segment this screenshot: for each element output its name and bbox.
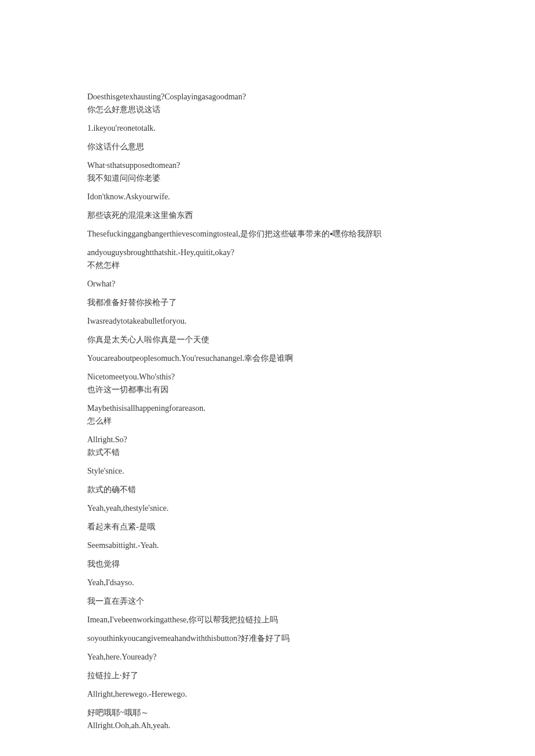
- text-block: Allright.So?款式不错: [87, 433, 448, 459]
- text-line: Style'snice.: [87, 465, 448, 478]
- text-line: Youcareaboutpeoplesomuch.You'resuchanang…: [87, 352, 448, 365]
- text-line: 也许这一切都事出有因: [87, 384, 448, 396]
- text-line: 我不知道问问你老婆: [87, 172, 448, 185]
- text-block: Idon'tknow.Askyourwife.: [87, 191, 448, 203]
- text-line: 好吧哦耶~哦耶～: [87, 707, 448, 719]
- text-line: Allright.So?: [87, 433, 448, 446]
- document-page: Doesthisgetexhausting?Cosplayingasagoodm…: [0, 0, 535, 756]
- text-block: 1.ikeyou'reonetotalk.: [87, 122, 448, 135]
- text-block: andyouguysbroughtthatshit.-Hey,quitit,ok…: [87, 246, 448, 272]
- text-line: What·sthatsupposedtomean?: [87, 159, 448, 172]
- text-block: 你这话什么意思: [87, 141, 448, 153]
- text-line: 你真是太关心人啦你真是一个天使: [87, 334, 448, 346]
- text-block: 我也觉得: [87, 558, 448, 571]
- text-line: 怎么样: [87, 415, 448, 428]
- text-line: andyouguysbroughtthatshit.-Hey,quitit,ok…: [87, 246, 448, 259]
- text-block: Yeah,here.Youready?: [87, 651, 448, 664]
- text-line: 我都准备好替你挨枪子了: [87, 296, 448, 309]
- text-line: 那些该死的混混来这里偷东西: [87, 209, 448, 222]
- text-line: Iwasreadytotakeabulletforyou.: [87, 315, 448, 328]
- text-block: 我都准备好替你挨枪子了: [87, 296, 448, 309]
- text-line: 看起来有点紧-是哦: [87, 521, 448, 533]
- text-block: Youcareaboutpeoplesomuch.You'resuchanang…: [87, 352, 448, 365]
- text-block: 款式的确不错: [87, 483, 448, 496]
- text-line: Maybethisisallhappeningforareason.: [87, 402, 448, 415]
- text-block: 那些该死的混混来这里偷东西: [87, 209, 448, 222]
- text-line: soyouthinkyoucangivemeahandwiththisbutto…: [87, 632, 448, 645]
- text-block: soyouthinkyoucangivemeahandwiththisbutto…: [87, 632, 448, 645]
- text-block: 好吧哦耶~哦耶～Allright.Ooh,ah.Ah,yeah.: [87, 707, 448, 732]
- text-block: Nicetomeetyou.Who'sthis?也许这一切都事出有因: [87, 371, 448, 396]
- text-line: Doesthisgetexhausting?Cosplayingasagoodm…: [87, 91, 448, 103]
- text-line: 你怎么好意思说这话: [87, 103, 448, 116]
- text-block: Orwhat?: [87, 278, 448, 291]
- text-line: Idon'tknow.Askyourwife.: [87, 191, 448, 203]
- text-line: 1.ikeyou'reonetotalk.: [87, 122, 448, 135]
- text-block: Thesefuckinggangbangerthievescomingtoste…: [87, 228, 448, 241]
- text-line: Orwhat?: [87, 278, 448, 291]
- text-block: Yeah,yeah,thestyle'snice.: [87, 502, 448, 515]
- text-line: Yeah,here.Youready?: [87, 651, 448, 664]
- text-block: Allright,herewego.-Herewego.: [87, 688, 448, 701]
- text-block: Doesthisgetexhausting?Cosplayingasagoodm…: [87, 91, 448, 116]
- text-line: Thesefuckinggangbangerthievescomingtoste…: [87, 228, 448, 241]
- text-line: Imean,I'vebeenworkingatthese,你可以帮我把拉链拉上吗: [87, 614, 448, 626]
- text-line: Yeah,I'dsayso.: [87, 576, 448, 589]
- text-block: Yeah,I'dsayso.: [87, 576, 448, 589]
- text-line: 我也觉得: [87, 558, 448, 571]
- text-block: Style'snice.: [87, 465, 448, 478]
- text-line: 你这话什么意思: [87, 141, 448, 153]
- text-line: 款式不错: [87, 446, 448, 459]
- text-block: 拉链拉上·好了: [87, 669, 448, 682]
- text-line: Allright,herewego.-Herewego.: [87, 688, 448, 701]
- text-block: 我一直在弄这个: [87, 595, 448, 608]
- text-block: Iwasreadytotakeabulletforyou.: [87, 315, 448, 328]
- text-line: 拉链拉上·好了: [87, 669, 448, 682]
- text-line: 款式的确不错: [87, 483, 448, 496]
- text-block: Maybethisisallhappeningforareason.怎么样: [87, 402, 448, 428]
- text-line: 我一直在弄这个: [87, 595, 448, 608]
- text-block: Imean,I'vebeenworkingatthese,你可以帮我把拉链拉上吗: [87, 614, 448, 626]
- text-block: 你真是太关心人啦你真是一个天使: [87, 334, 448, 346]
- text-line: Seemsabittight.-Yeah.: [87, 539, 448, 552]
- text-line: Yeah,yeah,thestyle'snice.: [87, 502, 448, 515]
- text-block: 看起来有点紧-是哦: [87, 521, 448, 533]
- text-block: What·sthatsupposedtomean?我不知道问问你老婆: [87, 159, 448, 185]
- text-block: Seemsabittight.-Yeah.: [87, 539, 448, 552]
- text-line: Nicetomeetyou.Who'sthis?: [87, 371, 448, 384]
- text-line: Allright.Ooh,ah.Ah,yeah.: [87, 719, 448, 732]
- text-line: 不然怎样: [87, 259, 448, 272]
